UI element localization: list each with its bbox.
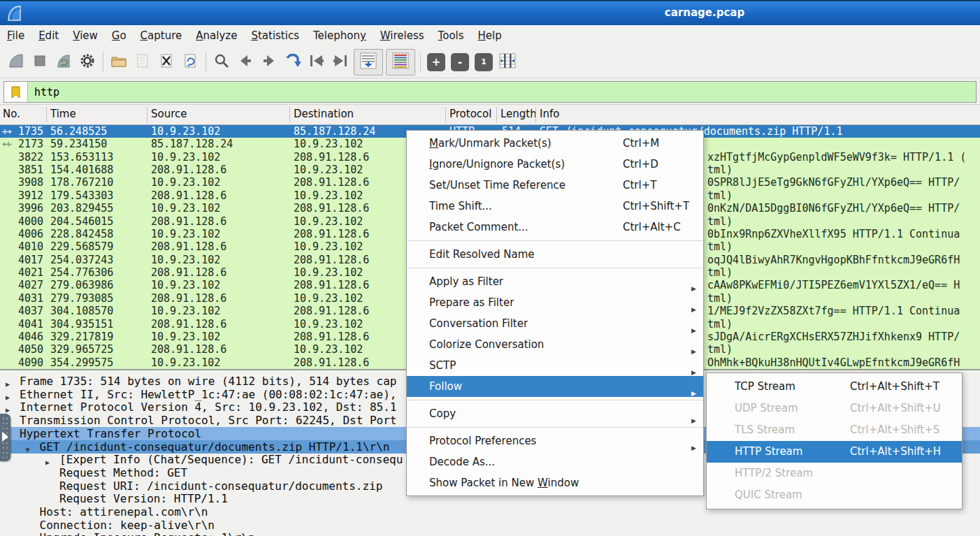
menubar-item-go[interactable]: Go: [105, 27, 134, 45]
menu-item-conversation-filter[interactable]: Conversation Filter▶: [407, 313, 703, 334]
detail-tree-row[interactable]: Upgrade-Insecure-Requests: 1\r\n: [0, 531, 980, 536]
reload-file-button[interactable]: [178, 50, 202, 75]
column-separator[interactable]: [46, 107, 47, 122]
submenu-item-http-2-stream[interactable]: HTTP/2 Stream: [707, 463, 962, 484]
column-header-destination[interactable]: Destination: [294, 108, 354, 120]
filter-bookmark-button[interactable]: [4, 82, 28, 102]
stop-capture-button[interactable]: [28, 50, 52, 75]
column-header-source[interactable]: Source: [151, 108, 187, 120]
go-first-button[interactable]: [305, 50, 329, 75]
menubar-item-telephony[interactable]: Telephony: [306, 27, 373, 45]
cell-time: 354.299575: [50, 356, 113, 369]
menu-item-sctp[interactable]: SCTP▶: [407, 355, 703, 376]
menubar-item-statistics[interactable]: Statistics: [244, 27, 306, 45]
submenu-item-tcp-stream[interactable]: TCP StreamCtrl+Alt+Shift+T: [707, 376, 962, 398]
submenu-shortcut: Ctrl+Alt+Shift+H: [850, 441, 941, 463]
menu-item-ignore-unignore-packet-s[interactable]: Ignore/Unignore Packet(s)Ctrl+D: [407, 154, 703, 175]
scroll-grip[interactable]: [0, 414, 10, 461]
detail-text: GET /incidunt-consequatur/documents.zip …: [40, 440, 390, 454]
submenu-arrow-icon: ▶: [691, 383, 696, 404]
menu-item-packet-comment[interactable]: Packet Comment...Ctrl+Alt+C: [407, 217, 703, 238]
menubar-item-analyze[interactable]: Analyze: [189, 27, 244, 45]
cell-source: 10.9.23.102: [151, 305, 220, 317]
menu-item-copy[interactable]: Copy▶: [407, 403, 703, 424]
save-file-button[interactable]: [131, 50, 154, 75]
display-filter-input[interactable]: http: [3, 81, 977, 103]
toolbar-separator: [103, 52, 103, 72]
menubar-item-capture[interactable]: Capture: [134, 27, 189, 45]
go-back-button[interactable]: [233, 50, 257, 75]
auto-scroll-button[interactable]: [354, 49, 383, 75]
menubar-item-file[interactable]: File: [0, 27, 31, 45]
detail-text: Upgrade-Insecure-Requests: 1\r\n: [40, 531, 255, 536]
filter-value[interactable]: http: [28, 86, 59, 99]
menu-item-set-unset-time-reference[interactable]: Set/Unset Time ReferenceCtrl+T: [407, 175, 703, 196]
detail-text: [Expert Info (Chat/Sequence): GET /incid…: [59, 453, 403, 466]
cell-destination: 208.91.128.6: [294, 254, 369, 266]
cell-info-fragment: tml): [707, 189, 733, 202]
submenu-item-http-stream[interactable]: HTTP StreamCtrl+Alt+Shift+H: [707, 441, 962, 463]
cell-no: 4050: [0, 343, 43, 356]
go-last-button[interactable]: [329, 50, 352, 75]
column-separator[interactable]: [147, 107, 147, 122]
resize-columns-button[interactable]: [496, 50, 519, 75]
close-file-button[interactable]: [154, 50, 178, 75]
submenu-item-quic-stream[interactable]: QUIC Stream: [707, 484, 962, 506]
menu-item-edit-resolved-name[interactable]: Edit Resolved Name: [407, 244, 703, 265]
bookmark-icon: [10, 86, 21, 99]
column-header-info[interactable]: Info: [540, 108, 559, 120]
cell-no: 3996: [0, 202, 43, 215]
cell-destination: 10.9.23.102: [294, 240, 363, 253]
menu-item-time-shift[interactable]: Time Shift...Ctrl+Shift+T: [407, 196, 703, 217]
start-capture-button[interactable]: [4, 50, 28, 75]
column-header-time[interactable]: Time: [50, 108, 76, 120]
cell-info-fragment: 0SPR8lJjE5eTg9GkN6fGFyZHl/YXp6eQ== HTTP/: [707, 176, 960, 189]
cell-source: 208.91.128.6: [151, 292, 226, 305]
open-file-button[interactable]: [107, 50, 131, 75]
menubar-item-help[interactable]: Help: [471, 27, 509, 45]
menu-item-mark-unmark-packet-s[interactable]: Mark/Unmark Packet(s)Ctrl+M: [407, 133, 703, 154]
detail-text: Request Version: HTTP/1.1: [59, 492, 228, 505]
column-header-no[interactable]: No.: [3, 108, 20, 120]
menu-item-apply-as-filter[interactable]: Apply as Filter▶: [407, 271, 703, 292]
cell-no: 4017: [0, 254, 43, 266]
column-header-length[interactable]: Length: [500, 108, 537, 120]
menubar-item-tools[interactable]: Tools: [431, 27, 471, 45]
submenu-item-udp-stream[interactable]: UDP StreamCtrl+Alt+Shift+U: [707, 398, 962, 419]
menu-item-colorize-conversation[interactable]: Colorize Conversation▶: [407, 334, 703, 355]
cell-time: 229.568579: [50, 240, 113, 253]
zoom-out-button[interactable]: -: [448, 50, 472, 75]
menubar-item-wireless[interactable]: Wireless: [373, 27, 431, 45]
capture-options-button[interactable]: [75, 50, 99, 75]
cell-info-fragment: tml): [707, 164, 733, 176]
column-header-protocol[interactable]: Protocol: [449, 108, 491, 120]
column-separator[interactable]: [289, 107, 290, 122]
cell-time: 279.063986: [50, 279, 113, 291]
column-separator[interactable]: [496, 107, 497, 122]
detail-text: Transmission Control Protocol, Src Port:…: [20, 414, 396, 427]
colorize-button[interactable]: [386, 49, 415, 75]
menu-item-follow[interactable]: Follow▶: [407, 376, 703, 397]
go-forward-button[interactable]: [257, 50, 281, 75]
restart-capture-button[interactable]: [52, 50, 75, 75]
cell-destination: 208.91.128.6: [294, 228, 369, 240]
capture-options-icon: [79, 52, 96, 72]
menu-item-decode-as[interactable]: Decode As...: [407, 451, 703, 472]
zoom-in-button[interactable]: +: [424, 50, 448, 75]
detail-text: Internet Protocol Version 4, Src: 10.9.2…: [20, 400, 396, 414]
menu-item-prepare-as-filter[interactable]: Prepare as Filter▶: [407, 292, 703, 313]
cell-source: 10.9.23.102: [151, 279, 220, 291]
zoom-100-button[interactable]: 1: [472, 50, 496, 75]
menubar-item-edit[interactable]: Edit: [31, 27, 66, 45]
cell-destination: 10.9.23.102: [294, 266, 363, 279]
submenu-item-tls-stream[interactable]: TLS StreamCtrl+Alt+Shift+S: [707, 419, 962, 441]
find-packet-button[interactable]: [210, 50, 233, 75]
menu-item-protocol-preferences[interactable]: Protocol Preferences▶: [407, 430, 703, 451]
column-separator[interactable]: [445, 107, 446, 122]
menubar-item-view[interactable]: View: [66, 27, 105, 45]
cell-info-fragment: oqJQ4lBiwyAhR7KngvHgopKBhFfntkcmJ9eGR6fH: [707, 254, 960, 266]
detail-tree-row[interactable]: Connection: keep-alive\r\n: [0, 519, 980, 532]
menu-item-show-packet-in-new-window[interactable]: Show Packet in New Window: [407, 472, 703, 493]
go-to-packet-button[interactable]: [281, 50, 305, 75]
column-separator[interactable]: [535, 107, 536, 122]
